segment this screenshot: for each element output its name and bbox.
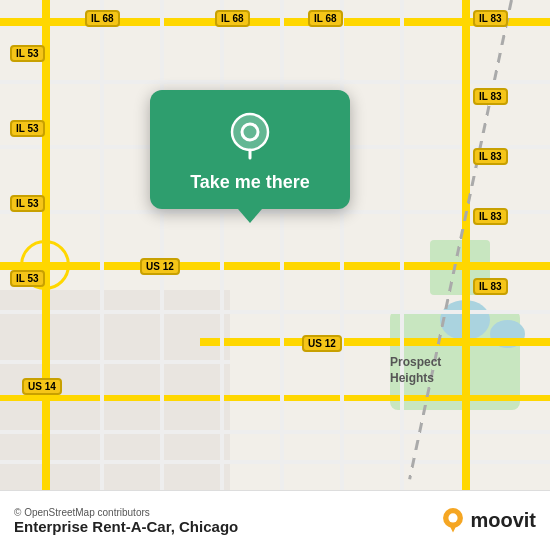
badge-il83-mid3: IL 83 xyxy=(473,208,508,225)
badge-us12-left: US 12 xyxy=(140,258,180,275)
location-pin-icon xyxy=(224,110,276,162)
prospect-heights-label: ProspectHeights xyxy=(390,355,441,386)
road-v-1 xyxy=(100,0,104,490)
badge-us12-center: US 12 xyxy=(302,335,342,352)
road-v-3 xyxy=(220,0,224,490)
map-container[interactable]: IL 68 IL 68 IL 68 IL 83 IL 53 IL 53 IL 5… xyxy=(0,0,550,490)
bottom-left-section: © OpenStreetMap contributors Enterprise … xyxy=(14,507,238,535)
badge-il68-center: IL 68 xyxy=(215,10,250,27)
badge-il83-mid4: IL 83 xyxy=(473,278,508,295)
road-v-6 xyxy=(400,0,404,490)
moovit-pin-icon xyxy=(440,508,466,534)
badge-il53-mid1: IL 53 xyxy=(10,120,45,137)
moovit-text: moovit xyxy=(470,509,536,532)
take-me-there-card[interactable]: Take me there xyxy=(150,90,350,209)
road-v-5 xyxy=(340,0,344,490)
moovit-logo[interactable]: moovit xyxy=(440,508,536,534)
badge-il53-bot: IL 53 xyxy=(10,270,45,287)
road-il83 xyxy=(462,0,470,490)
badge-il53-top: IL 53 xyxy=(10,45,45,62)
badge-il53-mid2: IL 53 xyxy=(10,195,45,212)
svg-marker-5 xyxy=(450,524,458,532)
badge-il83-topright: IL 83 xyxy=(473,10,508,27)
badge-il68-left: IL 68 xyxy=(85,10,120,27)
road-us12-lower xyxy=(200,338,550,346)
osm-attribution: © OpenStreetMap contributors xyxy=(14,507,238,518)
badge-il83-mid1: IL 83 xyxy=(473,88,508,105)
badge-il68-right: IL 68 xyxy=(308,10,343,27)
svg-point-4 xyxy=(449,513,458,522)
road-v-2 xyxy=(160,0,164,490)
bottom-bar: © OpenStreetMap contributors Enterprise … xyxy=(0,490,550,550)
badge-us14: US 14 xyxy=(22,378,62,395)
road-h-5 xyxy=(0,360,230,364)
badge-il83-mid2: IL 83 xyxy=(473,148,508,165)
take-me-there-label: Take me there xyxy=(190,172,310,193)
road-v-4 xyxy=(280,0,284,490)
place-name: Enterprise Rent-A-Car, Chicago xyxy=(14,518,238,535)
svg-point-0 xyxy=(232,114,268,150)
